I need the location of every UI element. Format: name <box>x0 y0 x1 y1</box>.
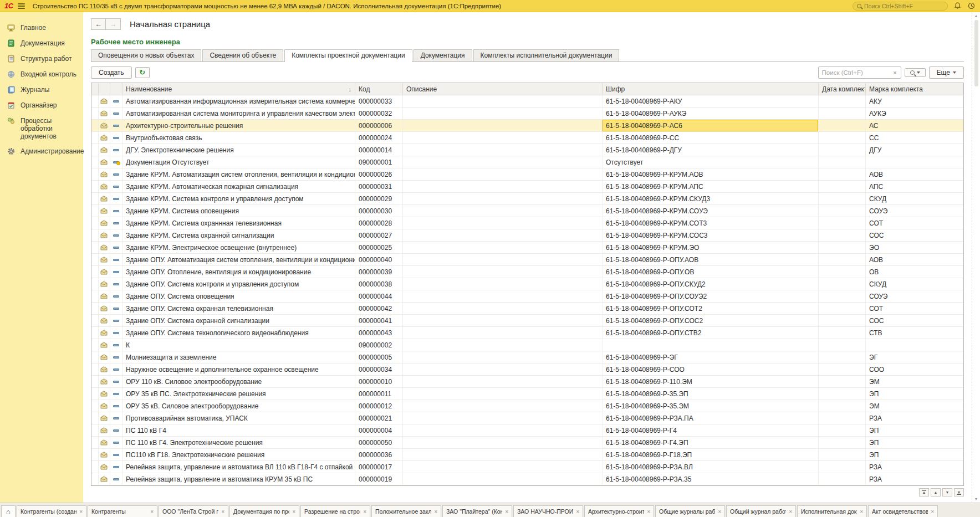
table-row[interactable]: Здание КРУМ. Система контроля и управлен… <box>91 193 963 205</box>
scroll-last-button[interactable]: ▼ <box>954 488 964 496</box>
close-icon[interactable]: × <box>647 509 650 515</box>
table-row[interactable]: Внутриобъектовая связь00000002461-5-18-0… <box>91 132 963 144</box>
col-mark[interactable]: Марка комплекта <box>866 83 963 95</box>
close-icon[interactable]: × <box>931 509 934 515</box>
tab-2[interactable]: Сведения об объекте <box>202 49 283 62</box>
tab-3[interactable]: Комплекты проектной документации <box>284 49 412 62</box>
close-icon[interactable]: × <box>292 509 295 515</box>
global-search-input[interactable] <box>864 3 936 9</box>
close-icon[interactable]: × <box>860 509 863 515</box>
bottom-tab-4[interactable]: Документация по про...× <box>229 505 299 517</box>
scroll-up-arrow-icon[interactable]: ▲ <box>974 14 978 18</box>
scroll-up-button[interactable]: ▲ <box>931 488 941 496</box>
table-row[interactable]: Противоаварийная автоматика, УПАСК000000… <box>91 412 963 424</box>
scroll-first-button[interactable]: ▲ <box>919 488 929 496</box>
scroll-down-button[interactable]: ▼ <box>942 488 952 496</box>
table-row[interactable]: Релейная защита, управление и автоматика… <box>91 461 963 473</box>
sidebar-item-main[interactable]: Главное <box>0 20 83 35</box>
refresh-button[interactable]: ↻ <box>135 67 150 78</box>
tab-5[interactable]: Комплекты исполнительной документации <box>473 49 620 62</box>
cell-shifr[interactable]: 61-5-18-00408969-Р-АС6 <box>603 120 819 131</box>
col-code[interactable]: Код <box>355 83 403 95</box>
table-row[interactable]: Здание КРУМ. Автоматизация систем отопле… <box>91 168 963 181</box>
table-row[interactable]: Здание ОПУ. Система охранная телевизионн… <box>91 303 963 315</box>
table-row[interactable]: ПС110 кВ Г18. Электротехнические решения… <box>91 449 963 461</box>
global-search[interactable] <box>853 2 948 11</box>
sidebar-item-doc-processes[interactable]: Процессы обработки документов <box>0 113 83 144</box>
col-name[interactable]: Наименование ↓ <box>122 83 355 95</box>
table-row[interactable]: Здание ОПУ. Система оповещения0000000446… <box>91 290 963 303</box>
scroll-down-arrow-icon[interactable]: ▼ <box>974 497 978 501</box>
table-row[interactable]: Здание ОПУ. Система технологического вид… <box>91 327 963 339</box>
table-row[interactable]: Здание ОПУ. Система охранной сигнализаци… <box>91 315 963 327</box>
col-description[interactable]: Описание <box>403 83 603 95</box>
back-button[interactable]: ← <box>91 18 106 30</box>
clear-search-icon[interactable]: × <box>891 69 898 76</box>
search-options-button[interactable] <box>905 68 926 77</box>
table-row[interactable]: Здание КРУМ. Электрическое освещение (вн… <box>91 242 963 254</box>
close-icon[interactable]: × <box>505 509 508 515</box>
sidebar-item-organizer[interactable]: Органайзер <box>0 98 83 113</box>
bottom-tab-11[interactable]: Общий журнал работ... 1× <box>726 505 796 517</box>
table-row[interactable]: Здание ОПУ. Автоматизация систем отоплен… <box>91 254 963 266</box>
list-search[interactable]: × <box>818 66 901 79</box>
col-date[interactable]: Дата комплекта <box>819 83 866 95</box>
bottom-tab-7[interactable]: ЗАО "Плайтера" (Кон...× <box>442 505 512 517</box>
bottom-tab-12[interactable]: Исполнительная доку...× <box>797 505 867 517</box>
table-row[interactable]: Документация Отсутствует090000001Отсутст… <box>91 156 963 168</box>
table-row[interactable]: Автоматизированная система мониторинга и… <box>91 108 963 120</box>
table-row[interactable]: Здание КРУМ. Система оповещения000000030… <box>91 205 963 217</box>
table-row[interactable]: ОРУ 35 кВ ПС. Электротехнические решения… <box>91 388 963 400</box>
sidebar-item-administration[interactable]: Администрирование <box>0 144 83 159</box>
table-row[interactable]: Здание КРУМ. Автоматическая пожарная сиг… <box>91 181 963 193</box>
col-shifr[interactable]: Шифр <box>603 83 819 95</box>
table-row[interactable]: Здание ОПУ. Система контроля и управлени… <box>91 278 963 290</box>
bottom-tab-home[interactable]: ⌂ <box>1 505 16 517</box>
create-button[interactable]: Создать <box>91 66 132 79</box>
table-row[interactable]: Релейная защита, управление и автоматика… <box>91 473 963 485</box>
bottom-tab-6[interactable]: Положительное закл...× <box>371 505 441 517</box>
table-row[interactable]: Автоматизированная информационная измери… <box>91 95 963 108</box>
main-menu-icon[interactable] <box>18 3 25 9</box>
table-row[interactable]: Архитектурно-строительные решения0000000… <box>91 120 963 132</box>
close-icon[interactable]: × <box>576 509 579 515</box>
bottom-tab-10[interactable]: Общие журналы работ× <box>655 505 725 517</box>
bottom-tab-3[interactable]: ООО "ЛенТа Строй гр...× <box>159 505 228 517</box>
table-row[interactable]: К090000002 <box>91 339 963 351</box>
table-row[interactable]: ПС 110 кВ Г4. Электротехнические решения… <box>91 437 963 449</box>
bottom-tab-8[interactable]: ЗАО НАУЧНО-ПРОИ...× <box>513 505 583 517</box>
table-row[interactable]: ДГУ. Электротехнические решения000000014… <box>91 144 963 156</box>
list-search-input[interactable] <box>822 69 892 76</box>
bottom-tab-1[interactable]: Контрагенты (создание)× <box>17 505 86 517</box>
tab-1[interactable]: Оповещения о новых объектах <box>91 49 201 62</box>
notifications-bell-icon[interactable] <box>953 2 962 10</box>
forward-button[interactable]: → <box>106 18 121 30</box>
bottom-tab-9[interactable]: Архитектурно-строит...× <box>584 505 654 517</box>
more-button[interactable]: Еще <box>929 66 964 79</box>
vertical-scrollbar[interactable]: ▲ ▼ <box>972 12 980 503</box>
table-row[interactable]: Здание КРУМ. Система охраннная телевизио… <box>91 217 963 229</box>
table-row[interactable]: Здание КРУМ. Система охранной сигнализац… <box>91 229 963 242</box>
scrollbar-thumb[interactable] <box>974 20 978 86</box>
tab-4[interactable]: Документация <box>414 49 472 62</box>
sidebar-item-journals[interactable]: Журналы <box>0 82 83 98</box>
sidebar-item-documentation[interactable]: Документация <box>0 35 83 51</box>
history-clock-icon[interactable] <box>967 2 976 10</box>
table-row[interactable]: ПС 110 кВ Г400000000461-5-18-00408969-Р-… <box>91 424 963 437</box>
bottom-tab-5[interactable]: Разрешение на строи...× <box>300 505 370 517</box>
bottom-tab-2[interactable]: Контрагенты× <box>88 505 157 517</box>
close-icon[interactable]: × <box>150 509 154 515</box>
close-icon[interactable]: × <box>79 509 83 515</box>
close-icon[interactable]: × <box>221 509 224 515</box>
sidebar-item-input-control[interactable]: Входной контроль <box>0 66 83 82</box>
table-row[interactable]: Здание ОПУ. Отопление, вентиляция и конд… <box>91 266 963 278</box>
bottom-tab-13[interactable]: Акт освидетельствов...× <box>868 505 938 517</box>
table-row[interactable]: ОРУ 35 кВ. Силовое электрооборудование00… <box>91 400 963 412</box>
table-row[interactable]: Молниезащита и заземление00000000561-5-1… <box>91 351 963 364</box>
sidebar-item-work-structure[interactable]: Структура работ <box>0 51 83 66</box>
close-icon[interactable]: × <box>718 509 721 515</box>
close-icon[interactable]: × <box>363 509 366 515</box>
close-icon[interactable]: × <box>789 509 792 515</box>
table-row[interactable]: ОРУ 110 кВ. Силовое электрооборудование0… <box>91 376 963 388</box>
close-icon[interactable]: × <box>434 509 437 515</box>
